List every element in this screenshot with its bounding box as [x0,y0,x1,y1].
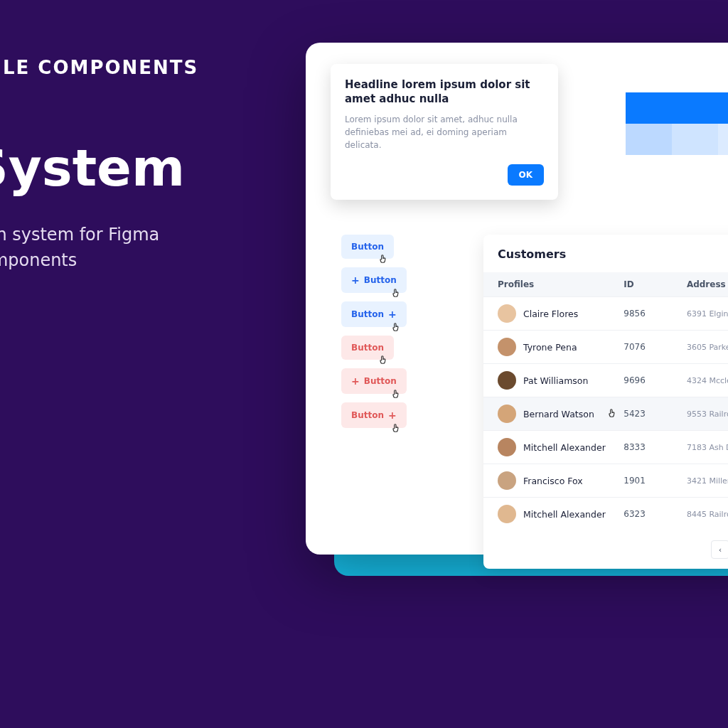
swatch [718,124,728,155]
id-cell: 9856 [623,309,687,318]
button-samples: Button+ButtonButton+Button+ButtonButton+ [341,235,407,428]
swatch [672,124,718,155]
table-header: Profiles ID Address [483,272,728,296]
address-cell: 9553 Railroa [687,410,728,419]
avatar [498,471,516,490]
dialog-body: Lorem ipsum dolor sit amet, adhuc nulla … [345,113,544,151]
table-title: Customers [483,235,728,272]
address-cell: 6391 Elgin St [687,309,728,318]
swatch [672,92,718,124]
address-cell: 4324 Mcclel [687,376,728,385]
plus-icon: + [351,274,360,286]
table-row[interactable]: Mitchell Alexander83337183 Ash Dr, [483,430,728,464]
id-cell: 1901 [623,476,687,486]
hero-description: sign system for Figma components [0,222,270,273]
cursor-icon [391,322,401,334]
col-profiles: Profiles [498,279,623,289]
address-cell: 8445 Railroa [687,510,728,519]
sample-button-3[interactable]: Button [341,336,394,360]
address-cell: 3421 Miller A [687,476,728,486]
plus-icon: + [388,309,397,320]
profile-cell: Mitchell Alexander [498,505,623,523]
sample-button-1[interactable]: +Button [341,267,407,293]
table-row[interactable]: Pat Williamson96964324 Mcclel [483,363,728,397]
avatar [498,338,516,356]
avatar [498,371,516,390]
cursor-icon [378,355,388,367]
cursor-icon [391,389,401,401]
profile-cell: Tyrone Pena [498,338,623,356]
profile-cell: Claire Flores [498,304,623,323]
cursor-icon [378,254,388,266]
avatar [498,405,516,423]
cursor-icon [391,288,401,300]
id-cell: 6323 [623,509,687,519]
page-title: System [0,142,270,193]
hero-text: ABLE COMPONENTS System sign system for F… [0,57,270,273]
avatar [498,304,516,323]
sample-button-2[interactable]: Button+ [341,301,407,327]
table-row[interactable]: Bernard Watson54239553 Railroa [483,397,728,430]
id-cell: 5423 [623,409,687,419]
profile-cell: Pat Williamson [498,371,623,390]
table-row[interactable]: Tyrone Pena70763605 Parker [483,330,728,363]
plus-icon: + [351,375,360,387]
id-cell: 8333 [623,442,687,452]
swatch [626,92,672,124]
plus-icon: + [388,410,397,421]
profile-cell: Bernard Watson [498,405,623,423]
color-swatches [626,92,728,155]
cursor-icon [391,423,401,435]
sample-button-4[interactable]: +Button [341,368,407,394]
cursor-icon [607,408,617,420]
id-cell: 9696 [623,375,687,385]
id-cell: 7076 [623,342,687,352]
page-prev[interactable]: ‹ [711,540,728,559]
table-row[interactable]: Francisco Fox19013421 Miller A [483,464,728,497]
profile-cell: Francisco Fox [498,471,623,490]
address-cell: 7183 Ash Dr, [687,443,728,452]
dialog-headline: Headline lorem ipsum dolor sit amet adhu… [345,78,544,106]
sample-button-0[interactable]: Button [341,235,394,259]
col-id: ID [623,279,687,289]
swatch [718,92,728,124]
sample-button-5[interactable]: Button+ [341,402,407,428]
dialog-card: Headline lorem ipsum dolor sit amet adhu… [331,64,558,200]
pagination: ‹ 12 [483,530,728,569]
table-row[interactable]: Claire Flores98566391 Elgin St [483,296,728,330]
customers-table: Customers Profiles ID Address Claire Flo… [483,235,728,569]
address-cell: 3605 Parker [687,343,728,352]
swatch [626,124,672,155]
avatar [498,505,516,523]
eyebrow: ABLE COMPONENTS [0,57,270,78]
table-row[interactable]: Mitchell Alexander63238445 Railroa [483,497,728,530]
profile-cell: Mitchell Alexander [498,438,623,456]
avatar [498,438,516,456]
components-panel: Headline lorem ipsum dolor sit amet adhu… [306,43,728,555]
ok-button[interactable]: OK [508,164,545,186]
col-address: Address [687,279,728,289]
